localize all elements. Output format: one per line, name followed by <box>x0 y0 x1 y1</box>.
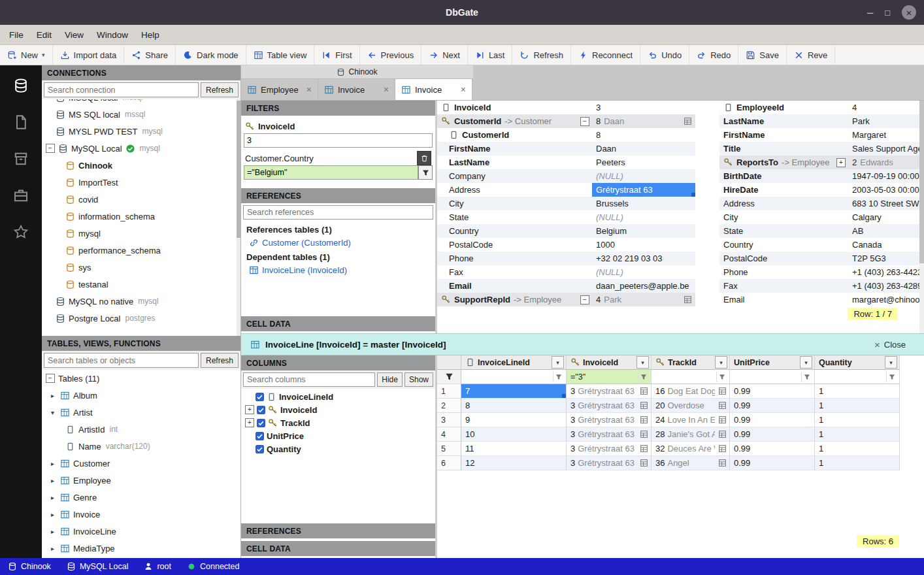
rail-item-files[interactable] <box>11 112 31 132</box>
close-detail-button[interactable]: × Close <box>874 339 915 350</box>
grid-cell[interactable]: 36Angel <box>652 456 730 470</box>
connection-importtest[interactable]: ImportTest <box>42 174 240 191</box>
close-button[interactable]: × <box>902 5 916 20</box>
connection-testanal[interactable]: testanal <box>42 276 240 293</box>
show-columns-button[interactable]: Show <box>404 372 433 387</box>
toolbar-reconnect-button[interactable]: Reconnect <box>571 45 640 65</box>
toolbar-previous-button[interactable]: Previous <box>360 45 422 65</box>
column-dropdown-button[interactable]: ▾ <box>636 356 649 369</box>
form-field-value[interactable]: (NULL) <box>592 265 695 279</box>
connection-mysql[interactable]: mysql <box>42 225 240 242</box>
grid-cell[interactable]: 0.99 <box>730 384 815 399</box>
grid-filter-cell-3[interactable] <box>730 370 815 384</box>
menu-item-help[interactable]: Help <box>135 27 166 42</box>
filter-funnel-button[interactable] <box>886 372 897 382</box>
chevron-right-icon[interactable]: ▸ <box>48 545 57 552</box>
grid-cell[interactable]: 32Deuces Are Wild <box>652 442 730 456</box>
toolbar-new-button[interactable]: New▾ <box>0 45 53 65</box>
form-field-value[interactable]: Calgary <box>848 210 919 224</box>
remove-filter-button[interactable] <box>417 151 431 165</box>
form-field-value[interactable]: (NULL) <box>592 169 695 183</box>
form-field-value[interactable]: Canada <box>848 238 919 252</box>
form-field-value[interactable]: T2P 5G3 <box>848 252 919 265</box>
chevron-down-icon[interactable]: ▾ <box>48 409 57 416</box>
form-field-value[interactable]: 2003-05-03 00:00:00 <box>848 183 919 197</box>
references-search-input[interactable] <box>243 205 433 220</box>
connection-covid[interactable]: covid <box>42 191 240 208</box>
form-field-value[interactable]: daan_peeters@apple.be <box>592 279 695 293</box>
grid-cell[interactable]: 3Grétrystraat 63 <box>567 427 652 442</box>
reference-link-invoiceline-invoiceid[interactable]: InvoiceLine (InvoiceId) <box>241 263 435 276</box>
connection-performance-schema[interactable]: performance_schema <box>42 242 240 259</box>
menu-item-file[interactable]: File <box>3 27 30 42</box>
column-toggle-trackid[interactable]: +TrackId <box>241 416 435 429</box>
form-field-value[interactable]: 3 <box>592 101 695 114</box>
grid-cell[interactable]: 3Grétrystraat 63 <box>567 456 652 470</box>
tab-invoice-1[interactable]: Invoice× <box>318 79 395 100</box>
tree-item-album[interactable]: ▸Album <box>42 387 240 404</box>
reference-link-customer-customerid[interactable]: Customer (CustomerId) <box>241 236 435 249</box>
grid-cell[interactable]: 8 <box>461 399 567 413</box>
form-field-value[interactable]: 8 <box>592 128 695 142</box>
grid-cell[interactable]: 9 <box>461 413 567 427</box>
menu-item-view[interactable]: View <box>58 27 90 42</box>
grid-cell[interactable]: 1 <box>815 413 900 427</box>
form-field-value[interactable]: 8Daan <box>592 114 695 128</box>
grid-cell[interactable]: 10 <box>461 427 567 442</box>
expand-icon[interactable]: + <box>245 418 254 427</box>
grid-filter-cell-0[interactable] <box>461 370 567 384</box>
filter-funnel-button[interactable] <box>638 372 649 382</box>
column-toggle-quantity[interactable]: Quantity <box>241 442 435 455</box>
chevron-right-icon[interactable]: ▸ <box>48 511 57 518</box>
minimize-button[interactable]: ─ <box>867 8 873 18</box>
tree-item-invoiceline[interactable]: ▸InvoiceLine <box>42 523 240 540</box>
connection-mysl-pwd-test[interactable]: MYSL PWD TESTmysql <box>42 123 240 140</box>
form-field-value[interactable]: Margaret <box>848 128 919 142</box>
tree-item-name[interactable]: Namevarchar(120) <box>42 438 240 455</box>
checkbox-icon[interactable] <box>257 419 265 427</box>
tree-item-customer[interactable]: ▸Customer <box>42 455 240 472</box>
form-field-value[interactable]: 1947-09-19 00:00:00 <box>848 169 919 183</box>
expand-icon[interactable]: + <box>836 158 846 167</box>
form-field-value[interactable]: Daan <box>592 142 695 156</box>
filter-funnel-button[interactable] <box>553 372 564 382</box>
column-dropdown-button[interactable]: ▾ <box>715 356 727 369</box>
collapse-icon[interactable]: − <box>46 144 55 153</box>
toolbar-last-button[interactable]: Last <box>468 45 513 65</box>
toolbar-save-button[interactable]: Save <box>738 45 787 65</box>
toolbar-refresh-button[interactable]: Refresh <box>512 45 571 65</box>
grid-column-header-trackid[interactable]: TrackId▾ <box>652 355 730 370</box>
column-toggle-unitprice[interactable]: UnitPrice <box>241 429 435 442</box>
toolbar-import-data-button[interactable]: Import data <box>53 45 125 65</box>
grid-column-header-unitprice[interactable]: UnitPrice▾ <box>730 355 815 370</box>
grid-cell[interactable]: 11 <box>461 442 567 456</box>
form-field-value[interactable]: +1 (403) 263-4423 <box>848 265 919 279</box>
filter-value-input[interactable] <box>244 133 433 148</box>
tab-close-icon[interactable]: × <box>384 84 389 95</box>
grid-cell[interactable]: 0.99 <box>730 413 815 427</box>
rail-item-connections[interactable] <box>11 76 31 95</box>
toolbar-redo-button[interactable]: Redo <box>689 45 738 65</box>
tree-item-genre[interactable]: ▸Genre <box>42 489 240 506</box>
grid-cell[interactable]: 28Janie's Got A Gun <box>652 427 730 442</box>
collapse-icon[interactable]: − <box>580 295 589 304</box>
collapse-icon[interactable]: − <box>580 117 589 126</box>
filter-value-input[interactable] <box>244 165 418 180</box>
form-field-value[interactable]: 4Park <box>592 293 695 306</box>
tree-item-artist[interactable]: ▾Artist <box>42 404 240 421</box>
form-field-value[interactable]: AB <box>848 224 919 238</box>
chevron-right-icon[interactable]: ▸ <box>48 392 57 399</box>
toolbar-reve-button[interactable]: Reve <box>787 45 835 65</box>
form-field-value[interactable]: Belgium <box>592 224 695 238</box>
tab-close-icon[interactable]: × <box>306 84 312 95</box>
grid-filter-cell-4[interactable] <box>815 370 900 384</box>
grid-cell[interactable]: 3Grétrystraat 63 <box>567 442 652 456</box>
connections-scrollbar[interactable] <box>237 99 240 336</box>
tables-search-input[interactable] <box>44 353 199 368</box>
grid-cell[interactable]: 0.99 <box>730 399 815 413</box>
grid-column-header-invoicelineid[interactable]: InvoiceLineId▾ <box>461 355 567 370</box>
toolbar-undo-button[interactable]: Undo <box>640 45 689 65</box>
chevron-right-icon[interactable]: ▸ <box>48 460 57 467</box>
form-field-value[interactable]: Brussels <box>592 197 695 210</box>
hide-columns-button[interactable]: Hide <box>377 372 403 387</box>
